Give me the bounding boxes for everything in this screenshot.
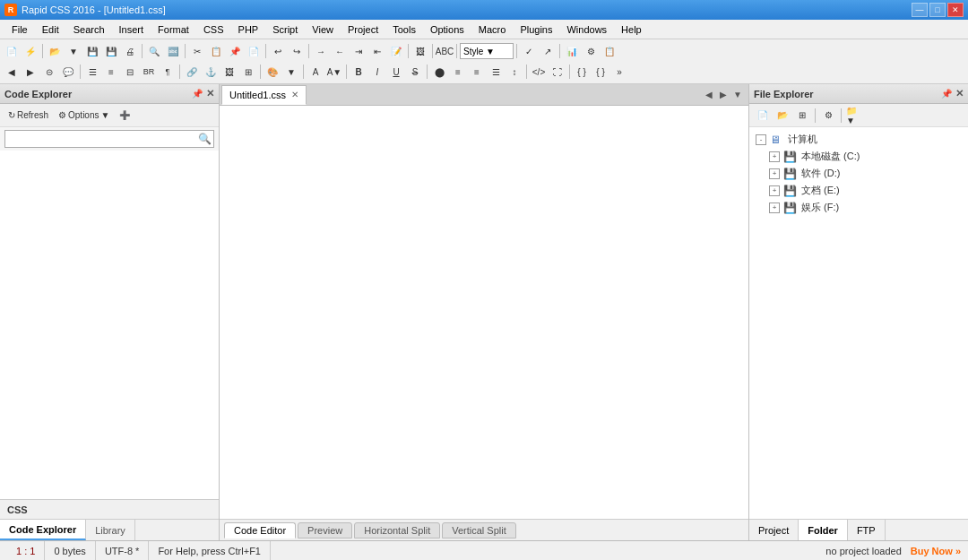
menu-macro[interactable]: Macro xyxy=(471,20,514,39)
tb-indent[interactable]: → xyxy=(312,42,330,60)
tb2-table[interactable]: ⊞ xyxy=(239,63,257,81)
editor-nav-menu[interactable]: ▼ xyxy=(731,90,744,99)
expand-drive-e[interactable]: + xyxy=(769,185,780,196)
menu-css[interactable]: CSS xyxy=(196,20,231,39)
menu-plugins[interactable]: Plugins xyxy=(513,20,559,39)
fe-btn-settings[interactable]: ⚙ xyxy=(819,107,837,125)
tb-search[interactable]: 🔍 xyxy=(145,42,163,60)
tb2-bold[interactable]: B xyxy=(350,63,367,81)
tb-extra2[interactable]: ⚙ xyxy=(582,42,600,60)
refresh-button[interactable]: ↻ Refresh xyxy=(4,108,52,122)
tb2-list2[interactable]: ≡ xyxy=(102,63,120,81)
menu-php[interactable]: PHP xyxy=(231,20,266,39)
expand-drive-c[interactable]: + xyxy=(769,151,780,162)
minimize-button[interactable]: — xyxy=(912,3,928,17)
tb-cut[interactable]: ✂ xyxy=(188,42,206,60)
expand-drive-d[interactable]: + xyxy=(769,168,780,179)
tab-ftp[interactable]: FTP xyxy=(848,520,886,540)
tb2-fullscreen[interactable]: ⛶ xyxy=(549,63,566,81)
file-tree-drive-e[interactable]: + 💾 文档 (E:) xyxy=(751,182,966,199)
menu-options[interactable]: Options xyxy=(423,20,471,39)
tb2-align-left[interactable]: ⬤ xyxy=(430,63,448,81)
file-tree-computer[interactable]: - 🖥 计算机 xyxy=(751,131,966,148)
tb-undo[interactable]: ↩ xyxy=(269,42,287,60)
tb-paste[interactable]: 📌 xyxy=(226,42,244,60)
file-tree-drive-f[interactable]: + 💾 娱乐 (F:) xyxy=(751,199,966,216)
tb2-dec[interactable]: ⊟ xyxy=(121,63,139,81)
tb-indent2[interactable]: ⇥ xyxy=(350,42,367,60)
menu-format[interactable]: Format xyxy=(151,20,196,39)
tb2-color-picker[interactable]: 🎨 xyxy=(264,63,281,81)
tb2-small[interactable]: ⊝ xyxy=(40,63,58,81)
tb-insert-img[interactable]: 🖼 xyxy=(411,42,429,60)
tb2-italic[interactable]: I xyxy=(368,63,386,81)
tb-validate[interactable]: ✓ xyxy=(520,42,538,60)
tb-new-file[interactable]: 📄 xyxy=(3,42,21,60)
editor-tab-close[interactable]: ✕ xyxy=(291,90,298,99)
tb-save[interactable]: 💾 xyxy=(83,42,101,60)
tb2-line-height[interactable]: ↕ xyxy=(506,63,523,81)
tb2-font2[interactable]: A▼ xyxy=(325,63,343,81)
tb-print[interactable]: 🖨 xyxy=(121,42,139,60)
file-tree-drive-d[interactable]: + 💾 软件 (D:) xyxy=(751,165,966,182)
editor-tab-untitled1[interactable]: Untitled1.css ✕ xyxy=(221,85,307,105)
expand-drive-f[interactable]: + xyxy=(769,202,780,213)
tb2-align-justify[interactable]: ☰ xyxy=(487,63,505,81)
tb2-p[interactable]: ¶ xyxy=(159,63,177,81)
buy-now-link[interactable]: Buy Now » xyxy=(911,546,961,556)
fe-btn-open[interactable]: 📂 xyxy=(774,107,791,125)
menu-edit[interactable]: Edit xyxy=(35,20,66,39)
menu-help[interactable]: Help xyxy=(614,20,649,39)
tb-outdent2[interactable]: ⇤ xyxy=(368,42,386,60)
tb-copy[interactable]: 📋 xyxy=(207,42,225,60)
tb2-code-view[interactable]: </> xyxy=(530,63,548,81)
menu-file[interactable]: File xyxy=(4,20,35,39)
editor-nav-prev[interactable]: ◀ xyxy=(703,90,715,99)
tb-open[interactable]: 📂 xyxy=(46,42,64,60)
code-explorer-close[interactable]: ✕ xyxy=(206,88,214,99)
menu-project[interactable]: Project xyxy=(341,20,385,39)
tb-paste2[interactable]: 📄 xyxy=(245,42,263,60)
tb-redo[interactable]: ↪ xyxy=(288,42,306,60)
code-explorer-search[interactable]: 🔍 xyxy=(4,130,214,148)
file-explorer-close[interactable]: ✕ xyxy=(955,88,964,99)
tb2-align-right[interactable]: ≡ xyxy=(468,63,486,81)
restore-button[interactable]: □ xyxy=(929,3,946,17)
tab-horizontal-split[interactable]: Horizontal Split xyxy=(354,522,440,538)
tb-outdent[interactable]: ← xyxy=(331,42,349,60)
file-tree-drive-c[interactable]: + 💾 本地磁盘 (C:) xyxy=(751,148,966,165)
file-pin-button[interactable]: 📌 xyxy=(940,88,953,99)
tb2-css-editor2[interactable]: { } xyxy=(592,63,609,81)
tb2-more[interactable]: » xyxy=(610,63,628,81)
tab-library[interactable]: Library xyxy=(86,520,135,540)
tb2-align-center[interactable]: ≡ xyxy=(449,63,467,81)
tb2-strikethrough[interactable]: S xyxy=(406,63,424,81)
tb2-font[interactable]: A xyxy=(307,63,324,81)
close-button[interactable]: ✕ xyxy=(947,3,964,17)
tab-code-explorer[interactable]: Code Explorer xyxy=(0,520,86,540)
fe-btn-folder[interactable]: 📁 ▼ xyxy=(845,107,863,125)
tb2-anchor[interactable]: ⚓ xyxy=(202,63,220,81)
tb-save-all[interactable]: 💾 xyxy=(102,42,120,60)
menu-tools[interactable]: Tools xyxy=(385,20,423,39)
add-button[interactable]: ➕ xyxy=(116,108,134,122)
editor-content[interactable] xyxy=(220,106,748,519)
tb2-color-dropdown[interactable]: ▼ xyxy=(282,63,300,81)
menu-search[interactable]: Search xyxy=(66,20,112,39)
fe-btn-new[interactable]: 📄 xyxy=(754,107,772,125)
menu-insert[interactable]: Insert xyxy=(112,20,151,39)
tb2-forward[interactable]: ▶ xyxy=(22,63,39,81)
menu-view[interactable]: View xyxy=(305,20,341,39)
menu-windows[interactable]: Windows xyxy=(559,20,614,39)
tb2-comment[interactable]: 💬 xyxy=(59,63,77,81)
tb2-css-editor[interactable]: { } xyxy=(573,63,591,81)
tb2-image[interactable]: 🖼 xyxy=(220,63,238,81)
tb2-back[interactable]: ◀ xyxy=(3,63,21,81)
tb2-list1[interactable]: ☰ xyxy=(83,63,101,81)
tb2-link[interactable]: 🔗 xyxy=(183,63,201,81)
tb-extra3[interactable]: 📋 xyxy=(601,42,618,60)
tb2-underline[interactable]: U xyxy=(387,63,405,81)
tb-spell[interactable]: ABC xyxy=(436,42,454,60)
editor-nav-next[interactable]: ▶ xyxy=(717,90,730,99)
tb-new-btn[interactable]: ⚡ xyxy=(22,42,39,60)
